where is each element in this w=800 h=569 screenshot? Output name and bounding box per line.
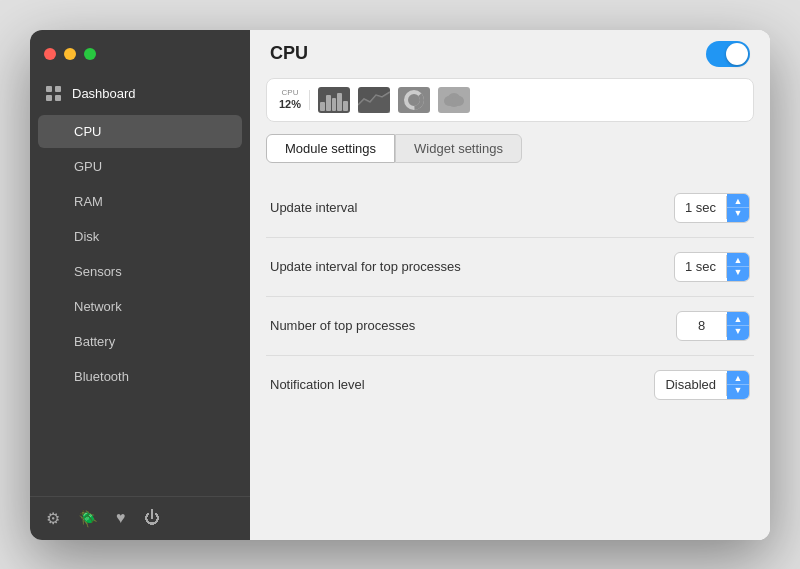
nav-items: CPU GPU RAM Disk Sensors Network Battery…: [30, 110, 250, 398]
notification-level-value: Disabled: [655, 373, 727, 396]
bar3: [332, 98, 337, 110]
notification-level-dropdown[interactable]: Disabled ▲ ▼: [654, 370, 750, 400]
heart-icon[interactable]: ♥: [116, 509, 126, 527]
donut-chart-widget[interactable]: [398, 87, 430, 113]
num-top-processes-value: 8: [677, 314, 727, 337]
widget-preview-bar: CPU 12%: [266, 78, 754, 122]
notification-level-row: Notification level Disabled ▲ ▼: [266, 356, 754, 414]
num-top-processes-arrows[interactable]: ▲ ▼: [727, 312, 749, 340]
page-title: CPU: [270, 43, 308, 64]
cpu-preview-value: 12%: [279, 98, 301, 111]
cpu-text-preview: CPU 12%: [279, 88, 301, 111]
update-interval-row: Update interval 1 sec ▲ ▼: [266, 179, 754, 238]
notification-level-up[interactable]: ▲: [727, 373, 749, 385]
update-interval-top-down[interactable]: ▼: [727, 267, 749, 279]
settings-panel: Update interval 1 sec ▲ ▼ Update interva…: [250, 163, 770, 540]
bar5: [343, 101, 348, 111]
update-interval-value: 1 sec: [675, 196, 727, 219]
divider: [309, 90, 310, 110]
sidebar-item-battery[interactable]: Battery: [38, 325, 242, 358]
bar2: [326, 95, 331, 110]
sidebar-item-gpu[interactable]: GPU: [38, 150, 242, 183]
maximize-button[interactable]: [84, 48, 96, 60]
dashboard-icon: [46, 86, 62, 102]
settings-tabs: Module settings Widget settings: [266, 134, 754, 163]
sidebar-footer: ⚙ 🪲 ♥ ⏻: [30, 496, 250, 540]
bar1: [320, 102, 325, 111]
update-interval-up[interactable]: ▲: [727, 196, 749, 208]
bug-icon[interactable]: 🪲: [78, 509, 98, 528]
num-top-processes-up[interactable]: ▲: [727, 314, 749, 326]
update-interval-stepper[interactable]: 1 sec ▲ ▼: [674, 193, 750, 223]
update-interval-top-arrows[interactable]: ▲ ▼: [727, 253, 749, 281]
sidebar-item-cpu[interactable]: CPU: [38, 115, 242, 148]
num-top-processes-row: Number of top processes 8 ▲ ▼: [266, 297, 754, 356]
power-icon[interactable]: ⏻: [144, 509, 160, 527]
sidebar-item-sensors[interactable]: Sensors: [38, 255, 242, 288]
sidebar-item-network[interactable]: Network: [38, 290, 242, 323]
update-interval-top-row: Update interval for top processes 1 sec …: [266, 238, 754, 297]
num-top-processes-control: 8 ▲ ▼: [676, 311, 750, 341]
area-chart-widget[interactable]: [358, 87, 390, 113]
update-interval-arrows[interactable]: ▲ ▼: [727, 194, 749, 222]
update-interval-control: 1 sec ▲ ▼: [674, 193, 750, 223]
update-interval-top-up[interactable]: ▲: [727, 255, 749, 267]
num-top-processes-stepper[interactable]: 8 ▲ ▼: [676, 311, 750, 341]
update-interval-top-value: 1 sec: [675, 255, 727, 278]
bar4: [337, 93, 342, 111]
cpu-preview-label: CPU: [282, 88, 299, 98]
update-interval-down[interactable]: ▼: [727, 208, 749, 220]
notification-level-control: Disabled ▲ ▼: [654, 370, 750, 400]
svg-point-4: [444, 96, 454, 106]
tab-module-settings[interactable]: Module settings: [266, 134, 395, 163]
sidebar-item-bluetooth[interactable]: Bluetooth: [38, 360, 242, 393]
minimize-button[interactable]: [64, 48, 76, 60]
main-content: CPU CPU 12%: [250, 30, 770, 540]
update-interval-top-control: 1 sec ▲ ▼: [674, 252, 750, 282]
sidebar: Dashboard CPU GPU RAM Disk Sensors Netwo…: [30, 30, 250, 540]
sidebar-item-disk[interactable]: Disk: [38, 220, 242, 253]
update-interval-label: Update interval: [270, 200, 357, 215]
titlebar: [30, 30, 250, 78]
num-top-processes-label: Number of top processes: [270, 318, 415, 333]
close-button[interactable]: [44, 48, 56, 60]
notification-level-down[interactable]: ▼: [727, 385, 749, 397]
main-window: Dashboard CPU GPU RAM Disk Sensors Netwo…: [30, 30, 770, 540]
num-top-processes-down[interactable]: ▼: [727, 326, 749, 338]
update-interval-top-stepper[interactable]: 1 sec ▲ ▼: [674, 252, 750, 282]
settings-icon[interactable]: ⚙: [46, 509, 60, 528]
svg-marker-0: [358, 92, 390, 113]
bar-chart-widget[interactable]: [318, 87, 350, 113]
svg-point-5: [454, 96, 464, 106]
dashboard-item[interactable]: Dashboard: [30, 78, 250, 110]
module-toggle[interactable]: [706, 41, 750, 67]
notification-level-label: Notification level: [270, 377, 365, 392]
update-interval-top-label: Update interval for top processes: [270, 259, 461, 274]
main-header: CPU: [250, 30, 770, 78]
simple-widget[interactable]: [438, 87, 470, 113]
notification-level-arrows[interactable]: ▲ ▼: [727, 371, 749, 399]
tab-widget-settings[interactable]: Widget settings: [395, 134, 522, 163]
sidebar-item-ram[interactable]: RAM: [38, 185, 242, 218]
dashboard-label: Dashboard: [72, 86, 136, 101]
